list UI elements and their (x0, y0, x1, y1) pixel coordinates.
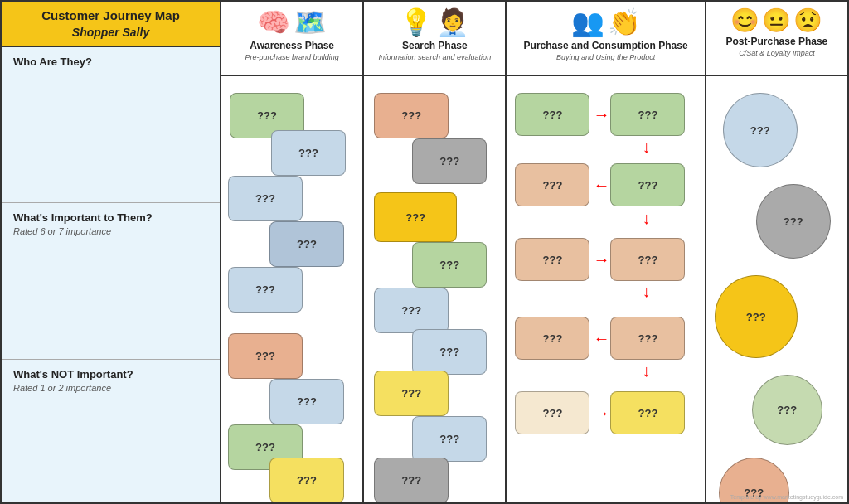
brain-icon: 🧠 (257, 7, 290, 38)
card: ??? (269, 221, 344, 267)
phase-purchase: 👥 👏 Purchase and Consumption Phase Buyin… (507, 2, 706, 502)
card: ??? (412, 242, 487, 288)
search-body: ??? ??? ??? ??? ??? ??? ??? ??? ??? (364, 76, 505, 502)
main-container: Customer Journey Map Shopper Sally Who A… (0, 0, 849, 504)
card: ??? (374, 371, 449, 416)
card: ??? (515, 317, 589, 360)
card: ??? (610, 93, 685, 136)
sidebar-section-who: Who Are They? (2, 47, 220, 203)
card: ??? (269, 458, 344, 502)
postpurchase-desc: C/Sat & Loyalty Impact (739, 49, 815, 57)
section-title-important: What's Important to Them? (13, 211, 208, 224)
card: ??? (228, 333, 303, 379)
purchase-header: 👥 👏 Purchase and Consumption Phase Buyin… (507, 2, 704, 76)
phase-awareness: 🧠 🗺️ Awareness Phase Pre-purchase brand … (221, 2, 364, 502)
sad-icon: 😟 (793, 7, 822, 34)
card: ??? (374, 458, 449, 502)
sidebar-sections: Who Are They? What's Important to Them? … (2, 47, 220, 502)
purchase-icons: 👥 👏 (571, 7, 641, 38)
arrow-right: → (593, 250, 609, 269)
card: ??? (374, 192, 457, 242)
awareness-header: 🧠 🗺️ Awareness Phase Pre-purchase brand … (221, 2, 362, 76)
card: ??? (374, 288, 449, 333)
card: ??? (610, 163, 685, 206)
card: ??? (228, 267, 303, 313)
sidebar-section-important: What's Important to Them? Rated 6 or 7 i… (2, 203, 220, 359)
phase-postpurchase: 😊 😐 😟 Post-Purchase Phase C/Sat & Loyalt… (706, 2, 847, 502)
main-title: Customer Journey Map (12, 8, 210, 22)
sidebar-section-notimportant: What's NOT Important? Rated 1 or 2 impor… (2, 360, 220, 502)
section-sub-important: Rated 6 or 7 importance (13, 226, 208, 236)
search-desc: Information search and evaluation (379, 53, 492, 61)
purchase-name: Purchase and Consumption Phase (524, 40, 688, 51)
neutral-icon: 😐 (762, 7, 791, 34)
card: ??? (610, 317, 685, 360)
circle: ??? (723, 93, 798, 167)
purchase-body: ??? → ??? ↓ ??? ← ??? ↓ ??? → ??? ↓ ??? … (507, 76, 704, 502)
circle: ??? (752, 375, 822, 445)
search-name: Search Phase (402, 40, 468, 51)
phase-search: 💡 🧑‍💼 Search Phase Information search an… (364, 2, 507, 502)
watermark: Template by www.marketingstudyguide.com (730, 494, 843, 500)
card: ??? (374, 93, 449, 138)
section-title-notimportant: What's NOT Important? (13, 368, 208, 380)
title-block: Customer Journey Map Shopper Sally (2, 2, 220, 47)
clap-icon: 👏 (608, 7, 641, 38)
circle: ??? (715, 275, 798, 358)
arrow-right: → (593, 404, 609, 423)
phases-container: 🧠 🗺️ Awareness Phase Pre-purchase brand … (221, 2, 847, 502)
card: ??? (412, 416, 487, 462)
postpurchase-body: ??? ??? ??? ??? ??? Template by www.mark… (706, 76, 847, 502)
map-icon: 🗺️ (294, 7, 327, 38)
awareness-name: Awareness Phase (250, 40, 334, 51)
section-sub-notimportant: Rated 1 or 2 importance (13, 383, 208, 393)
group-icon: 👥 (571, 7, 604, 38)
postpurchase-header: 😊 😐 😟 Post-Purchase Phase C/Sat & Loyalt… (706, 2, 847, 76)
search-icons: 💡 🧑‍💼 (400, 7, 469, 38)
section-title-who: Who Are They? (13, 56, 208, 68)
card: ??? (515, 163, 589, 206)
postpurchase-icons: 😊 😐 😟 (730, 7, 822, 34)
purchase-desc: Buying and Using the Product (556, 53, 655, 61)
card: ??? (515, 93, 589, 136)
awareness-desc: Pre-purchase brand building (245, 53, 339, 61)
search-header: 💡 🧑‍💼 Search Phase Information search an… (364, 2, 505, 76)
card: ??? (271, 130, 346, 176)
card: ??? (610, 238, 685, 281)
arrow-down: ↓ (642, 361, 650, 380)
card: ??? (228, 176, 303, 221)
arrow-left: ← (593, 176, 609, 195)
card: ??? (412, 329, 487, 375)
happy-icon: 😊 (730, 7, 759, 34)
arrow-down: ↓ (642, 138, 650, 157)
lightbulb-icon: 💡 (400, 7, 433, 38)
left-sidebar: Customer Journey Map Shopper Sally Who A… (2, 2, 221, 502)
card: ??? (515, 238, 589, 281)
circle: ??? (756, 184, 831, 259)
people-icon: 🧑‍💼 (436, 7, 469, 38)
card: ??? (412, 138, 487, 184)
postpurchase-name: Post-Purchase Phase (726, 36, 828, 47)
card: ??? (269, 379, 344, 424)
arrow-down: ↓ (642, 209, 650, 228)
awareness-body: ??? ??? ??? ??? ??? ??? ??? ??? ??? (221, 76, 362, 502)
persona-name: Shopper Sally (12, 26, 210, 39)
arrow-down: ↓ (642, 282, 650, 301)
card: ??? (515, 391, 589, 434)
awareness-icons: 🧠 🗺️ (257, 7, 327, 38)
arrow-right: → (593, 105, 609, 124)
card: ??? (610, 391, 685, 434)
arrow-left: ← (593, 329, 609, 348)
